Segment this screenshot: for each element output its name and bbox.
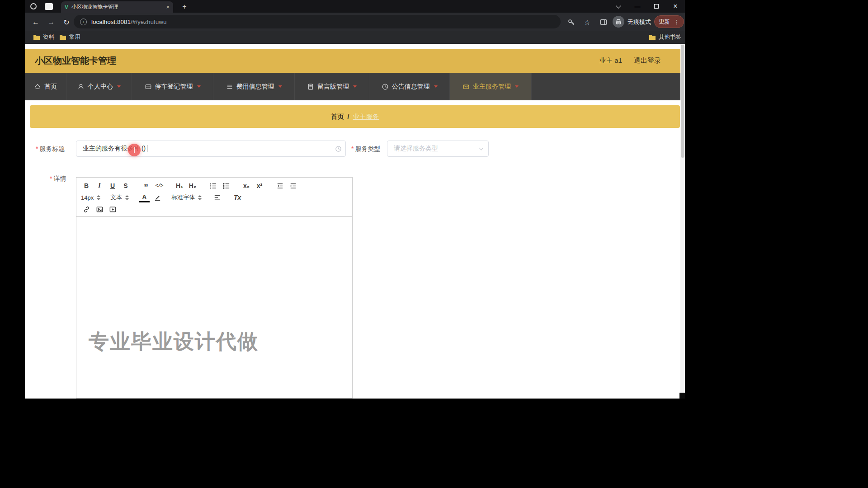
superscript-button[interactable]: x² [254, 181, 265, 191]
highlight-button[interactable] [152, 192, 163, 202]
url-text[interactable]: localhost:8081/#/yezhufuwu [91, 19, 167, 25]
user-link[interactable]: 业主 a1 [599, 56, 622, 65]
rich-text-editor: B I U S ” </> H₁ H₂ x₂ x² [76, 177, 353, 399]
bullet-list-button[interactable] [221, 181, 231, 191]
window-menu-button[interactable] [609, 0, 628, 13]
nav-item-parking[interactable]: 停车登记管理 [132, 73, 213, 100]
font-family-picker[interactable]: 标准字体 [171, 193, 202, 202]
new-tab-button[interactable]: + [179, 2, 189, 12]
service-title-label: *服务标题 [36, 145, 65, 153]
nav-item-messageboard[interactable]: 留言版管理 [295, 73, 369, 100]
editor-content[interactable] [76, 217, 353, 399]
site-info-icon[interactable]: i [80, 19, 87, 25]
bookmark-folder-ziliao[interactable]: 资料 [33, 31, 54, 44]
password-key-icon[interactable] [566, 17, 576, 28]
url-host: localhost:8081 [91, 19, 131, 25]
bookmark-folder-changyong[interactable]: 常用 [59, 31, 80, 44]
chevron-down-icon [479, 146, 484, 150]
nav-item-fees[interactable]: 费用信息管理 [213, 73, 295, 100]
maximize-icon [654, 4, 659, 9]
browser-window: V 小区物业智能卡管理 × + — × ← → ↻ i localhost:80… [25, 0, 685, 399]
heading2-button[interactable]: H₂ [187, 181, 198, 191]
nav-item-owner-services[interactable]: 业主服务管理 [450, 73, 532, 100]
font-size-picker[interactable]: 14px [81, 194, 100, 201]
document-icon [307, 83, 314, 90]
scrollbar-thumb[interactable] [681, 45, 684, 158]
browser-menu-icon[interactable]: ⋮ [674, 19, 679, 25]
dropdown-caret-icon [515, 85, 519, 88]
app-header: 小区物业智能卡管理 业主 a1 退出登录 [25, 49, 685, 73]
page-scrollbar[interactable] [680, 44, 685, 399]
incognito-avatar-icon[interactable] [613, 16, 624, 28]
toolbar-row-2: 14px 文本 A 标准字体 Tx [81, 192, 348, 203]
service-title-input[interactable]: 业主的服务有很多种 () [76, 141, 346, 157]
updown-caret-icon [198, 195, 202, 200]
bold-button[interactable]: B [81, 181, 92, 191]
clock-icon [382, 83, 389, 90]
align-button[interactable] [212, 192, 222, 202]
forward-button[interactable]: → [46, 17, 57, 28]
video-button[interactable] [107, 204, 118, 214]
underline-button[interactable]: U [107, 181, 118, 191]
ordered-list-button[interactable] [208, 181, 218, 191]
heading1-button[interactable]: H₁ [174, 181, 185, 191]
required-mark: * [50, 175, 52, 182]
address-bar[interactable]: i localhost:8081/#/yezhufuwu [74, 15, 561, 28]
bookmarks-bar: 资料 常用 其他书签 [25, 31, 685, 44]
bookmark-star-icon[interactable]: ☆ [582, 17, 593, 28]
folder-icon [33, 34, 40, 40]
maximize-button[interactable] [647, 0, 666, 13]
dropdown-caret-icon [117, 85, 121, 88]
split-screen-icon[interactable] [598, 17, 609, 28]
scrollbar-corner [679, 393, 685, 399]
reload-button[interactable]: ↻ [61, 17, 72, 28]
nav-label: 首页 [44, 83, 57, 91]
align-left-icon [213, 194, 221, 202]
subscript-button[interactable]: x₂ [241, 181, 252, 191]
incognito-label: 无痕模式 [627, 18, 651, 26]
strikethrough-button[interactable]: S [120, 181, 131, 191]
app-title: 小区物业智能卡管理 [35, 55, 116, 67]
tab-close-icon[interactable]: × [166, 4, 170, 10]
window-close-button[interactable]: × [666, 0, 685, 13]
link-button[interactable] [81, 204, 92, 214]
nav-label: 停车登记管理 [155, 83, 193, 91]
detail-label: *详情 [50, 175, 66, 183]
editor-watermark: 专业毕业设计代做 [89, 328, 259, 355]
nav-item-home[interactable]: 首页 [25, 73, 66, 100]
record-indicator-icon [30, 3, 37, 9]
indent-button[interactable] [288, 181, 298, 191]
breadcrumb-current[interactable]: 业主服务 [353, 113, 379, 121]
back-button[interactable]: ← [30, 17, 41, 28]
service-type-select[interactable]: 请选择服务类型 [387, 141, 489, 157]
folder-icon [59, 34, 66, 40]
updown-caret-icon [125, 195, 129, 200]
outdent-button[interactable] [274, 181, 285, 191]
nav-item-notices[interactable]: 公告信息管理 [369, 73, 450, 100]
browser-tab[interactable]: V 小区物业智能卡管理 × [61, 1, 173, 13]
other-bookmarks-button[interactable]: 其他书签 [649, 31, 681, 44]
ordered-list-icon [209, 182, 217, 190]
paragraph-style-picker[interactable]: 文本 [110, 193, 129, 202]
italic-button[interactable]: I [94, 181, 105, 191]
nav-item-profile[interactable]: 个人中心 [66, 73, 132, 100]
url-path: /#/yezhufuwu [131, 19, 167, 25]
home-icon [34, 83, 41, 90]
blockquote-button[interactable]: ” [141, 181, 151, 191]
toolbar-row-1: B I U S ” </> H₁ H₂ x₂ x² [81, 180, 348, 192]
page-content: 小区物业智能卡管理 业主 a1 退出登录 首页 个人中心 停车登记管理 [25, 44, 685, 399]
dropdown-caret-icon [353, 85, 357, 88]
toolbar-row-3 [81, 203, 348, 215]
code-block-button[interactable]: </> [154, 181, 165, 191]
clear-format-button[interactable]: Tx [232, 192, 243, 202]
image-icon [96, 206, 104, 213]
nav-label: 业主服务管理 [473, 83, 511, 91]
minimize-button[interactable]: — [628, 0, 647, 13]
image-button[interactable] [94, 204, 105, 214]
breadcrumb-separator: / [347, 113, 349, 120]
logout-link[interactable]: 退出登录 [634, 56, 661, 65]
update-button[interactable]: 更新 ⋮ [654, 15, 684, 28]
text-color-button[interactable]: A [139, 192, 150, 202]
highlighter-icon [154, 194, 161, 202]
breadcrumb-home[interactable]: 首页 [330, 113, 344, 121]
